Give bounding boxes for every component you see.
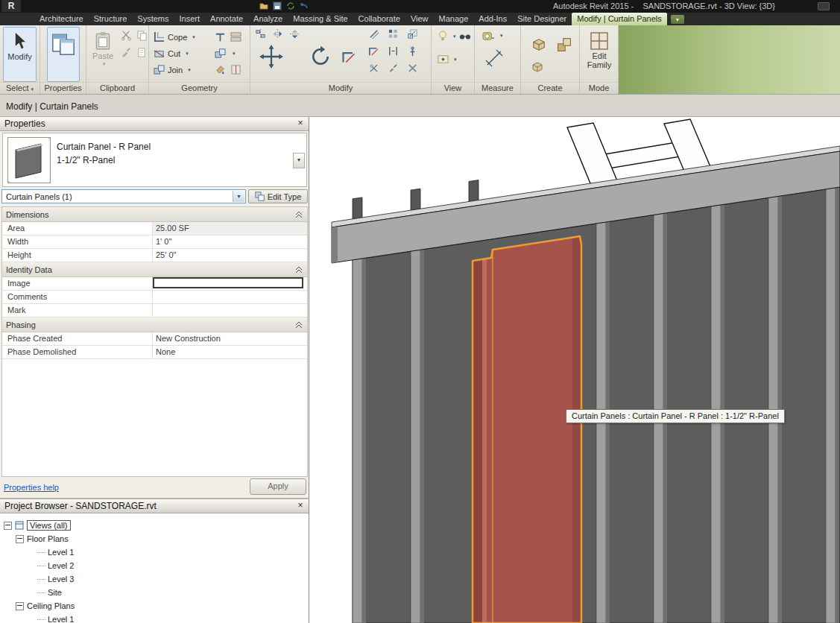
window-controls[interactable] [818, 2, 830, 10]
join-geometry-button[interactable]: Join ▾ [154, 64, 191, 75]
phase-demolished-value[interactable]: None [153, 346, 307, 358]
tree-item-ceiling-plans[interactable]: Ceiling Plans [0, 599, 309, 613]
tab-site-designer[interactable]: Site Designer [512, 13, 572, 25]
tab-architecture[interactable]: Architecture [34, 13, 89, 25]
tree-item-level-3[interactable]: Level 3 [0, 572, 309, 586]
split-face-icon[interactable] [230, 64, 241, 75]
image-value-input[interactable] [153, 277, 303, 288]
tree-item-views-all[interactable]: Views (all) [0, 519, 309, 532]
offset-icon[interactable] [368, 28, 379, 39]
aligned-dimension-icon[interactable] [485, 49, 503, 67]
collapse-box-icon[interactable] [4, 522, 12, 530]
edit-family-button[interactable]: Edit Family [583, 27, 616, 82]
clipboard-icon [93, 31, 113, 51]
reveal-hidden-elements-button[interactable]: ▾ [438, 54, 457, 65]
selected-curtain-panel[interactable] [473, 236, 581, 623]
pin-icon[interactable] [407, 45, 418, 57]
delete-icon[interactable] [407, 63, 418, 74]
tree-item-floor-plans[interactable]: Floor Plans [0, 532, 309, 545]
model-canvas[interactable] [309, 117, 840, 623]
tree-item-level-2[interactable]: Level 2 [0, 559, 309, 572]
modify-tool-button[interactable]: Modify [3, 27, 37, 82]
tree-item-level-1[interactable]: Level 1 [0, 545, 309, 559]
edit-type-button[interactable]: Edit Type [248, 189, 308, 203]
match-properties-icon[interactable] [388, 63, 399, 74]
contextual-ribbon-background [619, 25, 840, 94]
comments-value[interactable] [153, 291, 307, 303]
drawing-area-3d-view[interactable]: Curtain Panels : Curtain Panel - R Panel… [309, 117, 840, 623]
mirror-pick-axis-icon[interactable] [272, 28, 283, 39]
scale-icon[interactable] [407, 28, 418, 39]
tab-annotate[interactable]: Annotate [205, 13, 248, 25]
tab-collaborate[interactable]: Collaborate [353, 13, 405, 25]
properties-palette-header[interactable]: Properties × [0, 117, 309, 131]
match-type-properties-icon[interactable] [121, 47, 132, 58]
properties-help-link[interactable]: Properties help [4, 483, 59, 492]
tab-add-ins[interactable]: Add-Ins [473, 13, 512, 25]
tab-modify-curtain-panels[interactable]: Modify | Curtain Panels [572, 13, 667, 25]
properties-palette-button[interactable] [47, 27, 80, 82]
tab-view[interactable]: View [405, 13, 434, 25]
section-header-dimensions[interactable]: Dimensions [2, 207, 307, 222]
tab-systems[interactable]: Systems [132, 13, 174, 25]
application-menu-button[interactable]: R [1, 0, 21, 12]
split-element-icon[interactable] [388, 45, 399, 57]
trim-extend-icon[interactable] [368, 45, 379, 57]
hide-glasses-icon[interactable] [459, 34, 471, 40]
paste-options-icon[interactable] [136, 47, 148, 58]
tree-connector [37, 619, 45, 620]
join-geometry-icon [154, 64, 165, 75]
phase-created-value[interactable]: New Construction [153, 332, 307, 345]
width-value[interactable]: 1' 0" [153, 235, 307, 248]
cope-button[interactable]: Cope ▾ [154, 31, 195, 42]
tab-massing-site[interactable]: Massing & Site [288, 13, 353, 25]
element-filter-dropdown[interactable]: Curtain Panels (1) ▾ [1, 189, 246, 203]
paste-button[interactable]: Paste ▾ [88, 27, 118, 82]
section-header-phasing[interactable]: Phasing [2, 317, 307, 332]
contextual-tab-dropdown[interactable]: ▾ [671, 15, 684, 24]
align-icon[interactable] [255, 28, 266, 39]
tree-item-site[interactable]: Site [0, 586, 309, 599]
close-icon[interactable]: × [295, 118, 306, 129]
create-parts-icon[interactable] [530, 36, 548, 54]
height-value[interactable]: 25' 0" [153, 249, 307, 262]
unjoin-icon[interactable] [215, 48, 226, 59]
beam-column-joins-icon[interactable] [215, 31, 226, 42]
open-file-icon[interactable] [259, 1, 268, 10]
copy-to-clipboard-icon[interactable] [136, 30, 148, 41]
close-icon[interactable]: × [295, 501, 306, 511]
section-header-identity-data[interactable]: Identity Data [2, 262, 307, 277]
temporary-hide-isolate-button[interactable]: ▾ [438, 30, 471, 43]
sync-icon[interactable] [286, 1, 295, 10]
properties-panel-label[interactable]: Properties [40, 82, 86, 94]
select-panel-label[interactable]: Select▾ [0, 82, 40, 94]
save-icon[interactable] [273, 1, 282, 10]
trim-corner-icon[interactable] [341, 49, 356, 64]
project-browser-header[interactable]: Project Browser - SANDSTORAGE.rvt × [0, 499, 309, 513]
paint-icon[interactable] [215, 64, 226, 75]
wall-joins-icon[interactable] [230, 31, 241, 42]
type-selector-dropdown-arrow[interactable]: ▾ [293, 153, 305, 168]
cut-to-clipboard-icon[interactable] [121, 30, 132, 41]
undo-icon[interactable] [300, 1, 309, 10]
property-row-image: Image [2, 277, 307, 291]
move-icon[interactable] [259, 45, 283, 69]
array-icon[interactable] [388, 28, 399, 39]
create-assembly-icon[interactable] [555, 36, 573, 54]
collapse-box-icon[interactable] [16, 602, 24, 610]
tab-structure[interactable]: Structure [89, 13, 133, 25]
collapse-box-icon[interactable] [16, 535, 24, 543]
rotate-icon[interactable] [309, 45, 332, 69]
tree-item-ceiling-level-1[interactable]: Level 1 [0, 613, 309, 623]
create-similar-icon[interactable] [530, 60, 545, 75]
mirror-draw-axis-icon[interactable] [289, 28, 300, 39]
type-selector[interactable]: Curtain Panel - R Panel 1-1/2" R-Panel ▾ [2, 133, 307, 187]
mark-value[interactable] [153, 304, 307, 317]
tab-insert[interactable]: Insert [174, 13, 206, 25]
cut-geometry-button[interactable]: Cut ▾ [154, 48, 189, 59]
tab-analyze[interactable]: Analyze [248, 13, 288, 25]
tab-manage[interactable]: Manage [434, 13, 474, 25]
measure-button[interactable]: ▾ [482, 30, 503, 41]
unpin-icon[interactable] [368, 63, 379, 74]
apply-button[interactable]: Apply [250, 478, 306, 495]
